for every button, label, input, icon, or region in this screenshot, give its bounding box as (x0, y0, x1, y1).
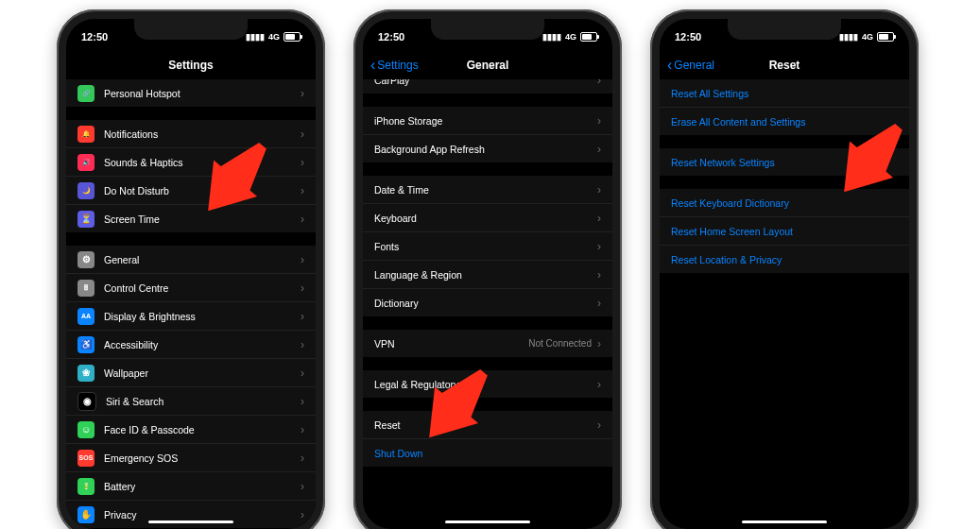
settings-row-iphone-storage[interactable]: iPhone Storage› (363, 107, 612, 135)
settings-row-face-id-passcode[interactable]: ☺Face ID & Passcode› (66, 416, 316, 444)
row-label: Language & Region (374, 269, 597, 281)
gear-icon: ⚙ (77, 251, 95, 268)
chevron-right-icon: › (301, 338, 304, 351)
status-right: ▮▮▮▮ 4G (246, 32, 301, 42)
settings-row-reset-home-screen-layout[interactable]: Reset Home Screen Layout (660, 217, 909, 246)
status-time: 12:50 (675, 31, 701, 43)
settings-row-emergency-sos[interactable]: SOSEmergency SOS› (66, 444, 316, 472)
settings-row-privacy[interactable]: ✋Privacy› (66, 501, 316, 528)
settings-group: VPNNot Connected› (363, 330, 612, 357)
row-label: Privacy (104, 509, 301, 520)
settings-row-keyboard[interactable]: Keyboard› (363, 204, 612, 232)
signal-icon: ▮▮▮▮ (839, 32, 858, 42)
settings-row-fonts[interactable]: Fonts› (363, 232, 612, 261)
battery-icon: 🔋 (77, 478, 95, 495)
row-label: General (104, 254, 301, 265)
settings-group: Reset All SettingsErase All Content and … (660, 79, 909, 135)
row-label: Reset Network Settings (671, 157, 898, 168)
settings-row-screen-time[interactable]: ⏳Screen Time› (66, 205, 316, 232)
settings-list[interactable]: 🔗Personal Hotspot›🔔Notifications›🔊Sounds… (66, 79, 316, 528)
settings-row-reset-all-settings[interactable]: Reset All Settings (660, 79, 909, 108)
settings-row-legal-regulatory[interactable]: Legal & Regulatory› (363, 370, 612, 398)
chevron-right-icon: › (301, 156, 304, 169)
settings-row-reset[interactable]: Reset› (363, 411, 612, 439)
chevron-right-icon: › (597, 114, 601, 128)
row-label: Legal & Regulatory (374, 379, 597, 390)
back-button[interactable]: ‹Settings (370, 57, 419, 74)
settings-row-siri-search[interactable]: ◉Siri & Search› (66, 387, 316, 416)
signal-icon: ▮▮▮▮ (246, 32, 265, 42)
chevron-right-icon: › (301, 480, 304, 493)
settings-row-control-centre[interactable]: 🎚Control Centre› (66, 274, 316, 302)
settings-row-dictionary[interactable]: Dictionary› (363, 289, 612, 316)
row-label: Shut Down (374, 448, 601, 459)
chevron-right-icon: › (301, 282, 304, 295)
chevron-right-icon: › (301, 87, 304, 100)
nav-title: General (467, 59, 509, 72)
settings-group: ⚙General›🎚Control Centre›AADisplay & Bri… (66, 246, 316, 528)
chevron-right-icon: › (597, 143, 601, 156)
settings-row-do-not-disturb[interactable]: 🌙Do Not Disturb› (66, 177, 316, 205)
chevron-right-icon: › (301, 423, 304, 436)
hand-icon: ✋ (77, 506, 95, 523)
chevron-left-icon: ‹ (370, 57, 375, 74)
settings-row-accessibility[interactable]: ♿Accessibility› (66, 331, 316, 359)
row-label: Accessibility (104, 339, 301, 350)
chevron-right-icon: › (301, 452, 304, 465)
status-time: 12:50 (378, 31, 404, 43)
status-time: 12:50 (81, 31, 108, 43)
hourglass-icon: ⏳ (77, 211, 95, 228)
settings-row-reset-location-privacy[interactable]: Reset Location & Privacy (660, 246, 909, 273)
settings-row-reset-keyboard-dictionary[interactable]: Reset Keyboard Dictionary (660, 189, 909, 217)
settings-row-shut-down[interactable]: Shut Down (363, 439, 612, 467)
settings-row-reset-network-settings[interactable]: Reset Network Settings (660, 148, 909, 176)
settings-row-general[interactable]: ⚙General› (66, 246, 316, 274)
chevron-right-icon: › (597, 297, 601, 310)
row-label: Display & Brightness (104, 311, 301, 322)
moon-icon: 🌙 (77, 182, 95, 199)
settings-row-personal-hotspot[interactable]: 🔗Personal Hotspot› (66, 79, 316, 107)
settings-row-background-app-refresh[interactable]: Background App Refresh› (363, 135, 612, 162)
chevron-right-icon: › (301, 184, 304, 197)
home-indicator (148, 520, 233, 523)
chevron-right-icon: › (301, 310, 304, 323)
back-button[interactable]: ‹General (667, 57, 714, 74)
chevron-right-icon: › (301, 128, 304, 141)
settings-row-display-brightness[interactable]: AADisplay & Brightness› (66, 302, 316, 331)
status-right: ▮▮▮▮ 4G (839, 32, 894, 42)
settings-group: CarPlay› (363, 79, 612, 94)
row-label: Siri & Search (106, 396, 301, 407)
row-label: Reset Home Screen Layout (671, 226, 898, 237)
chevron-right-icon: › (597, 79, 601, 87)
toggles-icon: 🎚 (77, 280, 95, 297)
screen: 12:50 ▮▮▮▮ 4G ‹General Reset Reset All S… (660, 19, 909, 529)
settings-row-notifications[interactable]: 🔔Notifications› (66, 120, 316, 148)
settings-row-language-region[interactable]: Language & Region› (363, 261, 612, 289)
settings-row-carplay[interactable]: CarPlay› (363, 79, 612, 94)
settings-row-wallpaper[interactable]: ❀Wallpaper› (66, 359, 316, 387)
siri-icon: ◉ (77, 392, 96, 411)
nav-title: Reset (769, 59, 800, 72)
battery-icon (580, 32, 597, 42)
settings-group: 🔗Personal Hotspot› (66, 79, 316, 107)
network-label: 4G (268, 32, 280, 42)
row-detail: Not Connected (528, 338, 592, 349)
settings-row-erase-all-content-and-settings[interactable]: Erase All Content and Settings (660, 108, 909, 135)
back-label: Settings (377, 59, 418, 72)
row-label: Reset Keyboard Dictionary (671, 197, 898, 209)
row-label: Keyboard (374, 213, 597, 224)
settings-list[interactable]: CarPlay›iPhone Storage›Background App Re… (363, 79, 612, 467)
settings-row-sounds-haptics[interactable]: 🔊Sounds & Haptics› (66, 148, 316, 177)
home-indicator (445, 520, 530, 523)
settings-list[interactable]: Reset All SettingsErase All Content and … (660, 79, 909, 273)
network-label: 4G (862, 32, 873, 42)
AA-icon: AA (77, 308, 95, 325)
row-label: Reset (374, 419, 597, 431)
row-label: Date & Time (374, 184, 597, 196)
SOS-icon: SOS (77, 450, 95, 467)
settings-row-vpn[interactable]: VPNNot Connected› (363, 330, 612, 357)
settings-row-date-time[interactable]: Date & Time› (363, 176, 612, 204)
row-label: Wallpaper (104, 367, 301, 379)
row-label: Background App Refresh (374, 144, 597, 155)
settings-row-battery[interactable]: 🔋Battery› (66, 472, 316, 501)
